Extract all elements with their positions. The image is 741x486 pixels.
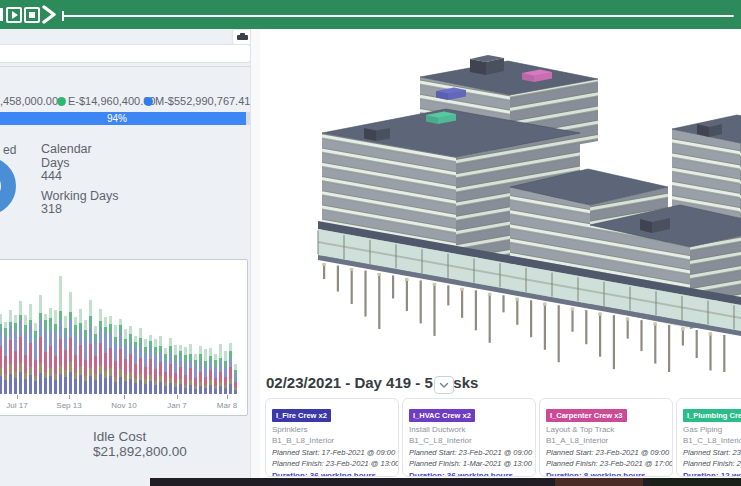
elapsed-label-fragment: ed bbox=[3, 143, 16, 157]
playback-toolbar bbox=[0, 0, 741, 29]
planned-start: Planned Start: 23-F bbox=[683, 448, 741, 457]
idle-cost-value: $21,892,800.00 bbox=[93, 444, 187, 459]
planned-finish: Planned Finish: 24-F bbox=[683, 459, 741, 468]
cost-legend-label: M-$552,990,767.41 bbox=[155, 95, 250, 107]
progress-percent: 94% bbox=[107, 113, 127, 124]
resource-histogram-card: Jul 17Sep 13Nov 10Jan 7Mar 8 bbox=[0, 259, 248, 416]
cost-legend-label: E-$14,960,400.00 bbox=[68, 95, 155, 107]
tasks-dropdown-button[interactable] bbox=[434, 376, 454, 394]
calendar-days-value: 444 bbox=[41, 170, 119, 184]
task-location: B1_B_L8_Interior bbox=[272, 436, 392, 445]
task-panel: 02/23/2021 - Day 419 - 5 Tasks I_Fire Cr… bbox=[260, 372, 741, 478]
schedule-progress-bar: 94% bbox=[0, 112, 250, 125]
working-days-value: 318 bbox=[41, 203, 119, 217]
background-window-edge bbox=[555, 478, 643, 486]
cost-legend-item-material: M-$552,990,767.41 bbox=[144, 95, 250, 107]
panel-divider bbox=[0, 66, 250, 67]
task-name: Gas Piping bbox=[683, 425, 741, 434]
days-stats: Calendar Days 444 Working Days 318 bbox=[41, 143, 119, 223]
green-dot-icon bbox=[57, 97, 66, 106]
task-duration: Duration: 8 working hours bbox=[546, 471, 666, 478]
crew-badge: I_Fire Crew x2 bbox=[272, 409, 331, 422]
fast-forward-icon bbox=[41, 5, 57, 24]
planned-finish: Planned Finish: 23-Feb-2021 @ 13:00 bbox=[272, 459, 392, 468]
planned-start: Planned Start: 17-Feb-2021 @ 09:00 bbox=[272, 448, 392, 457]
progress-fill: 94% bbox=[0, 112, 246, 125]
task-card: I_Carpenter Crew x3 Layout & Top Track B… bbox=[539, 398, 673, 477]
calendar-days-label: Calendar Days bbox=[41, 143, 105, 170]
play-icon bbox=[12, 11, 18, 19]
histogram-x-axis: Jul 17Sep 13Nov 10Jan 7Mar 8 bbox=[0, 260, 247, 415]
timeline-slider[interactable] bbox=[62, 15, 734, 17]
task-location: B1_C_L8_Interior bbox=[683, 436, 741, 445]
summary-panel: ,458,000.00 E-$14,960,400.00 M-$552,990,… bbox=[0, 29, 250, 486]
working-days-label: Working Days bbox=[41, 190, 119, 204]
blue-dot-icon bbox=[144, 97, 153, 106]
task-card: I_Fire Crew x2 Sprinklers B1_B_L8_Interi… bbox=[265, 398, 399, 477]
timeline-playhead[interactable] bbox=[62, 11, 64, 21]
stop-icon bbox=[29, 12, 35, 18]
play-button[interactable] bbox=[6, 7, 22, 23]
task-duration: Duration: 36 working hours bbox=[409, 471, 529, 478]
app-window: ,458,000.00 E-$14,960,400.00 M-$552,990,… bbox=[0, 0, 741, 486]
idle-cost-label: Idle Cost bbox=[93, 429, 187, 444]
briefcase-icon bbox=[237, 35, 248, 40]
task-duration: Duration: 12 workin bbox=[683, 471, 741, 478]
fast-forward-button[interactable] bbox=[41, 5, 57, 24]
planned-start: Planned Start: 23-Feb-2021 @ 09:00 bbox=[546, 448, 666, 457]
chevron-down-icon bbox=[439, 382, 449, 389]
cost-legend-label: ,458,000.00 bbox=[0, 95, 58, 107]
crew-badge: I_HVAC Crew x2 bbox=[409, 409, 475, 422]
idle-cost-block: Idle Cost $21,892,800.00 bbox=[93, 429, 187, 459]
planned-start: Planned Start: 23-Feb-2021 @ 09:00 bbox=[409, 448, 529, 457]
background-window-edge bbox=[650, 478, 741, 486]
task-card: I_HVAC Crew x2 Install Ductwork B1_C_L8_… bbox=[402, 398, 536, 477]
task-name: Layout & Top Track bbox=[546, 425, 666, 434]
filter-input[interactable] bbox=[0, 44, 252, 63]
cost-legend-item-labor: ,458,000.00 bbox=[0, 95, 58, 107]
task-name: Sprinklers bbox=[272, 425, 392, 434]
task-location: B1_A_L8_Interior bbox=[546, 436, 666, 445]
task-card: I_Plumbing Crew x2 Gas Piping B1_C_L8_In… bbox=[676, 398, 741, 477]
crew-badge: I_Plumbing Crew x2 bbox=[683, 409, 741, 422]
task-location: B1_C_L8_Interior bbox=[409, 436, 529, 445]
task-name: Install Ductwork bbox=[409, 425, 529, 434]
crew-badge: I_Carpenter Crew x3 bbox=[546, 409, 627, 422]
planned-finish: Planned Finish: 23-Feb-2021 @ 17:00 bbox=[546, 459, 666, 468]
elapsed-donut-chart bbox=[0, 157, 16, 215]
task-duration: Duration: 36 working hours bbox=[272, 471, 392, 478]
cost-legend: ,458,000.00 E-$14,960,400.00 M-$552,990,… bbox=[0, 95, 250, 109]
cost-legend-item-equipment: E-$14,960,400.00 bbox=[57, 95, 155, 107]
planned-finish: Planned Finish: 1-Mar-2021 @ 13:00 bbox=[409, 459, 529, 468]
stop-button[interactable] bbox=[24, 7, 40, 23]
background-window-edge bbox=[150, 478, 741, 486]
building-3d-model[interactable] bbox=[260, 29, 741, 373]
clipped-toolbar-icon bbox=[0, 8, 3, 21]
